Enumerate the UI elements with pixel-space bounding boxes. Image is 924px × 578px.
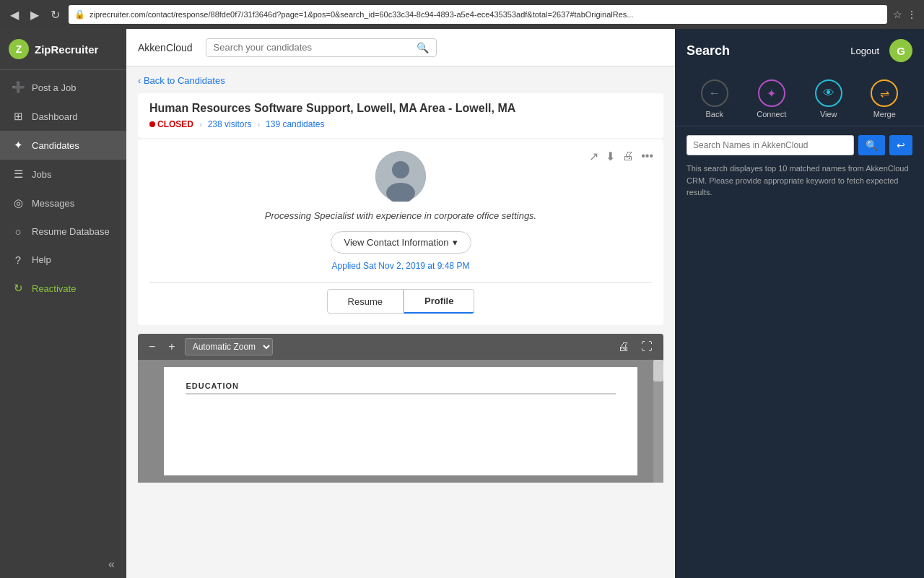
- url-text: ziprecruiter.com/contact/response/88fde0…: [90, 10, 881, 19]
- right-panel-actions: ← Back ✦ Connect 👁 View ⇌ Merge: [675, 72, 924, 126]
- user-avatar: G: [889, 39, 912, 62]
- view-contact-button[interactable]: View Contact Information ▾: [331, 231, 471, 254]
- action-back[interactable]: ← Back: [701, 79, 728, 118]
- job-meta: CLOSED › 238 visitors › 139 candidates: [149, 119, 652, 129]
- crm-search-back-button[interactable]: ↩: [889, 135, 912, 155]
- pdf-viewer: EDUCATION: [138, 360, 663, 483]
- pdf-scroll-thumb[interactable]: [653, 360, 663, 381]
- back-to-candidates-link[interactable]: ‹ Back to Candidates: [138, 75, 663, 86]
- pdf-fullscreen-button[interactable]: ⛶: [637, 339, 656, 355]
- address-bar[interactable]: 🔒 ziprecruiter.com/contact/response/88fd…: [69, 5, 887, 24]
- right-panel: Search Logout G ← Back ✦ Connect 👁 View …: [675, 29, 924, 578]
- sidebar-item-messages[interactable]: ◎ Messages: [0, 189, 126, 217]
- candidate-tabs: Resume Profile: [149, 282, 652, 314]
- resume-db-icon: ○: [12, 225, 25, 238]
- candidate-avatar: [375, 151, 426, 202]
- browser-refresh[interactable]: ↻: [48, 5, 63, 25]
- zoom-out-button[interactable]: −: [145, 339, 159, 355]
- candidates-count[interactable]: 139 candidates: [266, 119, 324, 129]
- candidates-icon: ✦: [12, 139, 25, 152]
- candidate-search-input[interactable]: [214, 42, 417, 53]
- sidebar-item-label: Help: [32, 254, 51, 265]
- action-merge[interactable]: ⇌ Merge: [871, 79, 898, 118]
- company-name: AkkenCloud: [138, 42, 193, 53]
- candidate-search-box[interactable]: 🔍: [206, 38, 437, 57]
- lock-icon: 🔒: [74, 9, 85, 20]
- merge-action-label: Merge: [873, 110, 896, 118]
- sidebar-item-label: Messages: [32, 198, 74, 209]
- sidebar-item-candidates[interactable]: ✦ Candidates: [0, 131, 126, 160]
- pdf-section-label: EDUCATION: [186, 381, 615, 390]
- browser-menu-icons: ☆ ⋮: [893, 9, 917, 20]
- right-panel-search: 🔍 ↩ This search displayes top 10 matched…: [675, 126, 924, 207]
- dashboard-icon: ⊞: [12, 110, 25, 123]
- job-status: CLOSED: [149, 119, 193, 129]
- back-action-label: Back: [706, 110, 723, 118]
- browser-back[interactable]: ◀: [7, 5, 22, 25]
- pdf-toolbar-right: 🖨 ⛶: [614, 339, 656, 355]
- chevron-icon-2: ›: [257, 120, 260, 129]
- applied-date: Applied Sat Nov 2, 2019 at 9:48 PM: [149, 261, 652, 271]
- visitors-count[interactable]: 238 visitors: [208, 119, 252, 129]
- pdf-page: EDUCATION: [164, 367, 637, 475]
- search-icon: 🔍: [417, 42, 429, 53]
- sidebar-item-label: Resume Database: [32, 226, 110, 237]
- pdf-scrollbar[interactable]: [653, 360, 663, 483]
- connect-action-label: Connect: [757, 110, 786, 118]
- job-title-bar: Human Resources Software Support, Lowell…: [138, 93, 663, 138]
- download-icon[interactable]: ⬇: [606, 150, 615, 163]
- candidate-card: ↗ ⬇ 🖨 ••• Processing Specialist with exp…: [138, 139, 663, 325]
- topbar: AkkenCloud 🔍: [126, 29, 675, 66]
- crm-search-input[interactable]: [687, 135, 854, 155]
- chevron-icon: ›: [199, 120, 202, 129]
- sidebar-nav: ➕ Post a Job ⊞ Dashboard ✦ Candidates ☰ …: [0, 70, 126, 551]
- job-title: Human Resources Software Support, Lowell…: [149, 102, 652, 115]
- pdf-viewer-container: − + Automatic Zoom 🖨 ⛶ EDUCATION: [138, 334, 663, 483]
- sidebar-item-label: Dashboard: [32, 111, 78, 122]
- action-connect[interactable]: ✦ Connect: [757, 79, 786, 118]
- browser-chrome: ◀ ▶ ↻ 🔒 ziprecruiter.com/contact/respons…: [0, 0, 924, 29]
- view-contact-label: View Contact Information: [344, 237, 449, 248]
- more-icon[interactable]: ⋮: [907, 9, 917, 20]
- print-icon[interactable]: 🖨: [622, 150, 634, 163]
- candidate-tagline: Processing Specialist with experience in…: [149, 210, 652, 221]
- svg-point-1: [392, 161, 409, 178]
- sidebar-item-dashboard[interactable]: ⊞ Dashboard: [0, 102, 126, 131]
- view-action-label: View: [820, 110, 837, 118]
- sidebar-item-resume-database[interactable]: ○ Resume Database: [0, 217, 126, 246]
- zoom-select[interactable]: Automatic Zoom: [185, 338, 273, 355]
- sidebar-item-label: Jobs: [32, 169, 51, 180]
- crm-search-button[interactable]: 🔍: [858, 135, 885, 155]
- tab-profile[interactable]: Profile: [404, 289, 474, 314]
- sidebar-item-jobs[interactable]: ☰ Jobs: [0, 160, 126, 189]
- content-body: ‹ Back to Candidates Human Resources Sof…: [126, 66, 675, 578]
- sidebar-collapse-button[interactable]: «: [0, 551, 126, 578]
- messages-icon: ◎: [12, 197, 25, 210]
- sidebar-item-label: Post a Job: [32, 82, 76, 93]
- browser-forward[interactable]: ▶: [27, 5, 42, 25]
- sidebar-item-help[interactable]: ? Help: [0, 246, 126, 274]
- sidebar-item-reactivate[interactable]: ↻ Reactivate: [0, 274, 126, 303]
- share-icon[interactable]: ↗: [589, 150, 598, 163]
- post-job-icon: ➕: [12, 81, 25, 94]
- more-options-icon[interactable]: •••: [641, 150, 653, 163]
- pdf-print-button[interactable]: 🖨: [614, 339, 633, 355]
- bookmark-icon[interactable]: ☆: [893, 9, 902, 20]
- main-content: AkkenCloud 🔍 ‹ Back to Candidates Human …: [126, 29, 675, 578]
- jobs-icon: ☰: [12, 168, 25, 181]
- sidebar-item-label: Reactivate: [32, 283, 76, 294]
- status-dot: [149, 121, 155, 127]
- connect-action-icon: ✦: [758, 79, 785, 107]
- zoom-in-button[interactable]: +: [165, 339, 178, 355]
- tab-resume[interactable]: Resume: [327, 289, 404, 314]
- action-view[interactable]: 👁 View: [815, 79, 842, 118]
- sidebar-item-label: Candidates: [32, 140, 79, 151]
- sidebar-logo: Z ZipRecruiter: [0, 29, 126, 70]
- logo-icon: Z: [9, 39, 29, 59]
- back-action-icon: ←: [701, 79, 728, 107]
- logout-button[interactable]: Logout: [850, 46, 879, 56]
- help-icon: ?: [12, 254, 25, 266]
- right-panel-header: Search Logout G: [675, 29, 924, 72]
- crm-search-row: 🔍 ↩: [687, 135, 912, 155]
- sidebar-item-post-job[interactable]: ➕ Post a Job: [0, 73, 126, 102]
